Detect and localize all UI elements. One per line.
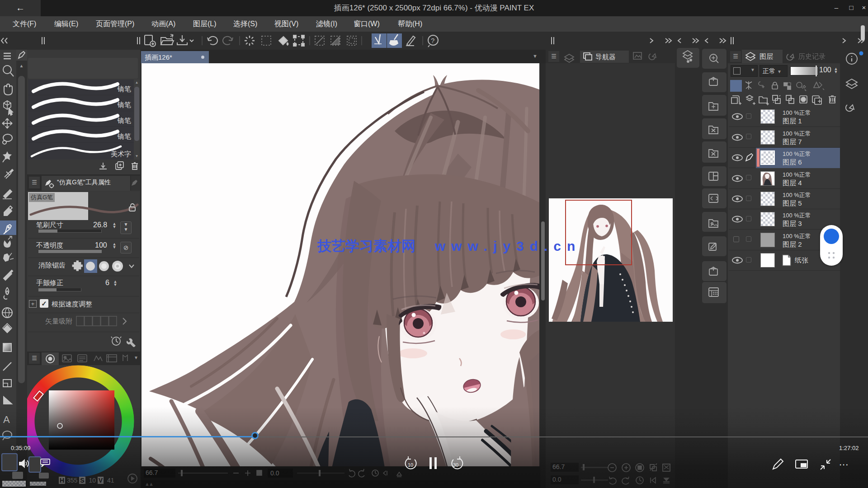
svg-text:镝笔: 镝笔 [117,117,131,124]
svg-text:?: ? [431,37,434,44]
svg-text:镝笔: 镝笔 [117,85,131,93]
svg-text:镝笔: 镝笔 [117,101,131,108]
svg-text:历史记录: 历史记录 [798,52,826,60]
svg-text:0.0: 0.0 [270,469,279,477]
svg-text:10: 10 [408,462,413,468]
svg-text:镝笔: 镝笔 [117,132,131,140]
svg-text:美术字: 美术字 [111,150,131,158]
svg-text:图层: 图层 [760,52,773,60]
svg-text:导航器: 导航器 [595,53,616,61]
svg-text:30: 30 [453,462,458,468]
svg-text:A: A [3,414,10,425]
